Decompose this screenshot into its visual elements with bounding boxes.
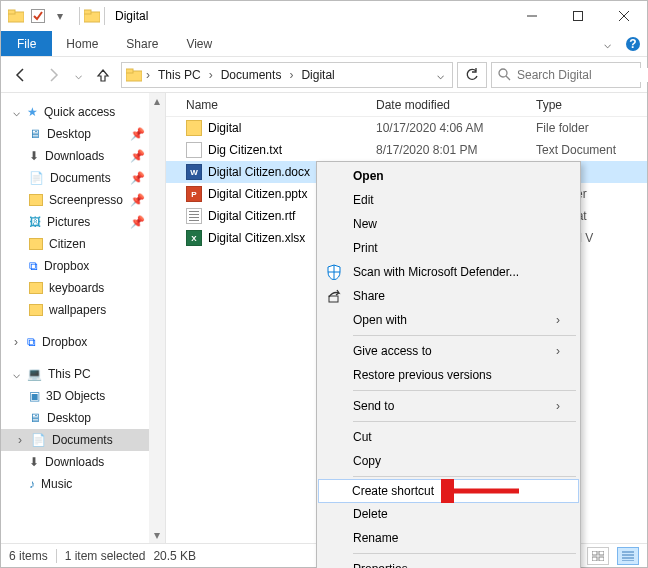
context-menu: Open Edit New Print Scan with Microsoft … bbox=[316, 161, 581, 568]
help-button[interactable]: ? bbox=[619, 31, 647, 56]
view-thumbnails-button[interactable] bbox=[587, 547, 609, 565]
checkbox-icon[interactable] bbox=[29, 7, 47, 25]
menu-properties[interactable]: Properties bbox=[319, 557, 578, 568]
file-date: 10/17/2020 4:06 AM bbox=[376, 121, 536, 135]
tree-dropbox[interactable]: ›⧉Dropbox bbox=[1, 331, 165, 353]
tree-3d-objects[interactable]: ▣3D Objects bbox=[1, 385, 165, 407]
breadcrumb[interactable]: Digital bbox=[297, 68, 338, 82]
chevron-right-icon: › bbox=[556, 399, 560, 413]
tab-file[interactable]: File bbox=[1, 31, 52, 56]
body: ⌵★Quick access 🖥Desktop📌 ⬇Downloads📌 📄Do… bbox=[1, 93, 647, 543]
menu-edit[interactable]: Edit bbox=[319, 188, 578, 212]
tree-wallpapers[interactable]: wallpapers bbox=[1, 299, 165, 321]
tree-screenpresso[interactable]: Screenpresso📌 bbox=[1, 189, 165, 211]
music-icon: ♪ bbox=[29, 477, 35, 491]
separator bbox=[79, 7, 80, 25]
tree-label: Downloads bbox=[45, 455, 104, 469]
menu-give-access[interactable]: Give access to› bbox=[319, 339, 578, 363]
star-icon: ★ bbox=[27, 105, 38, 119]
menu-new[interactable]: New bbox=[319, 212, 578, 236]
folder-icon bbox=[84, 9, 100, 23]
forward-button[interactable] bbox=[39, 61, 67, 89]
menu-copy[interactable]: Copy bbox=[319, 449, 578, 473]
col-type[interactable]: Type bbox=[536, 98, 647, 112]
tree-documents2[interactable]: ›📄Documents bbox=[1, 429, 165, 451]
pc-icon: 💻 bbox=[27, 367, 42, 381]
menu-scan-defender[interactable]: Scan with Microsoft Defender... bbox=[319, 260, 578, 284]
file-row[interactable]: Dig Citizen.txt 8/17/2020 8:01 PM Text D… bbox=[166, 139, 647, 161]
pin-icon: 📌 bbox=[130, 215, 145, 229]
tree-music[interactable]: ♪Music bbox=[1, 473, 165, 495]
scroll-up-icon[interactable]: ▴ bbox=[149, 93, 165, 109]
tree-label: Screenpresso bbox=[49, 193, 123, 207]
tree-citizen[interactable]: Citizen bbox=[1, 233, 165, 255]
chevron-right-icon[interactable]: › bbox=[287, 68, 295, 82]
tab-view[interactable]: View bbox=[172, 31, 226, 56]
breadcrumb[interactable]: This PC bbox=[154, 68, 205, 82]
chevron-right-icon[interactable]: › bbox=[207, 68, 215, 82]
svg-rect-17 bbox=[329, 296, 338, 302]
svg-rect-20 bbox=[599, 551, 604, 555]
folder-icon bbox=[29, 194, 43, 206]
tab-share[interactable]: Share bbox=[112, 31, 172, 56]
col-date[interactable]: Date modified bbox=[376, 98, 536, 112]
svg-rect-22 bbox=[599, 557, 604, 561]
folder-icon bbox=[126, 68, 142, 82]
menu-print[interactable]: Print bbox=[319, 236, 578, 260]
qat-dropdown-icon[interactable]: ▾ bbox=[51, 7, 69, 25]
menu-send-to[interactable]: Send to› bbox=[319, 394, 578, 418]
menu-delete[interactable]: Delete bbox=[319, 502, 578, 526]
dropbox-icon: ⧉ bbox=[29, 259, 38, 273]
tree-label: wallpapers bbox=[49, 303, 106, 317]
chevron-right-icon[interactable]: › bbox=[144, 68, 152, 82]
window-title: Digital bbox=[109, 9, 148, 23]
file-name: Digital bbox=[208, 121, 241, 135]
ribbon-expand-icon[interactable]: ⌵ bbox=[595, 31, 619, 56]
minimize-button[interactable] bbox=[509, 1, 555, 31]
maximize-button[interactable] bbox=[555, 1, 601, 31]
tree-this-pc[interactable]: ⌵💻This PC bbox=[1, 363, 165, 385]
search-input[interactable] bbox=[517, 68, 648, 82]
address-bar[interactable]: › This PC › Documents › Digital ⌵ bbox=[121, 62, 453, 88]
up-button[interactable] bbox=[89, 61, 117, 89]
svg-rect-21 bbox=[592, 557, 597, 561]
tree-downloads[interactable]: ⬇Downloads📌 bbox=[1, 145, 165, 167]
nav-scrollbar[interactable]: ▴ ▾ bbox=[149, 93, 165, 543]
file-row[interactable]: Digital 10/17/2020 4:06 AM File folder bbox=[166, 117, 647, 139]
menu-separator bbox=[353, 476, 576, 477]
explorer-window: ▾ Digital File Home Share View ⌵ ? bbox=[0, 0, 648, 568]
refresh-button[interactable] bbox=[457, 62, 487, 88]
downloads-icon: ⬇ bbox=[29, 149, 39, 163]
back-button[interactable] bbox=[7, 61, 35, 89]
recent-dropdown-icon[interactable]: ⌵ bbox=[71, 61, 85, 89]
search-box[interactable] bbox=[491, 62, 641, 88]
menu-share[interactable]: Share bbox=[319, 284, 578, 308]
svg-rect-6 bbox=[574, 12, 583, 21]
status-size: 20.5 KB bbox=[153, 549, 196, 563]
close-button[interactable] bbox=[601, 1, 647, 31]
separator bbox=[104, 7, 105, 25]
file-name: Digital Citizen.xlsx bbox=[208, 231, 305, 245]
scroll-down-icon[interactable]: ▾ bbox=[149, 527, 165, 543]
tree-desktop[interactable]: 🖥Desktop📌 bbox=[1, 123, 165, 145]
tree-desktop2[interactable]: 🖥Desktop bbox=[1, 407, 165, 429]
menu-open[interactable]: Open bbox=[319, 164, 578, 188]
desktop-icon: 🖥 bbox=[29, 411, 41, 425]
tree-keyboards[interactable]: keyboards bbox=[1, 277, 165, 299]
menu-restore-versions[interactable]: Restore previous versions bbox=[319, 363, 578, 387]
address-dropdown-icon[interactable]: ⌵ bbox=[433, 68, 448, 82]
tab-home[interactable]: Home bbox=[52, 31, 112, 56]
menu-create-shortcut[interactable]: Create shortcut bbox=[318, 479, 579, 503]
tree-quick-access[interactable]: ⌵★Quick access bbox=[1, 101, 165, 123]
tree-downloads2[interactable]: ⬇Downloads bbox=[1, 451, 165, 473]
rtf-file-icon bbox=[186, 208, 202, 224]
breadcrumb[interactable]: Documents bbox=[217, 68, 286, 82]
menu-open-with[interactable]: Open with› bbox=[319, 308, 578, 332]
tree-dropbox-quick[interactable]: ⧉Dropbox bbox=[1, 255, 165, 277]
tree-pictures[interactable]: 🖼Pictures📌 bbox=[1, 211, 165, 233]
tree-documents[interactable]: 📄Documents📌 bbox=[1, 167, 165, 189]
view-details-button[interactable] bbox=[617, 547, 639, 565]
menu-cut[interactable]: Cut bbox=[319, 425, 578, 449]
menu-rename[interactable]: Rename bbox=[319, 526, 578, 550]
col-name[interactable]: Name bbox=[166, 98, 376, 112]
